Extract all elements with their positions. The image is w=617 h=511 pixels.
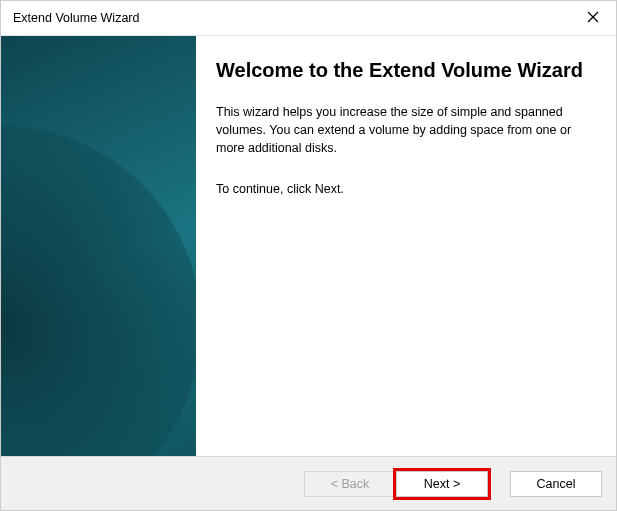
close-icon — [587, 11, 599, 26]
cancel-button[interactable]: Cancel — [510, 471, 602, 497]
window-title: Extend Volume Wizard — [13, 11, 139, 25]
next-button[interactable]: Next > — [396, 471, 488, 497]
wizard-continue-text: To continue, click Next. — [216, 181, 592, 199]
titlebar: Extend Volume Wizard — [1, 1, 616, 35]
back-button: < Back — [304, 471, 396, 497]
content-area: Welcome to the Extend Volume Wizard This… — [1, 35, 616, 456]
button-bar: < Back Next > Cancel — [1, 456, 616, 510]
wizard-heading: Welcome to the Extend Volume Wizard — [216, 58, 592, 83]
wizard-dialog: Extend Volume Wizard Welcome to the Exte… — [0, 0, 617, 511]
wizard-sidebar-graphic — [1, 36, 196, 456]
wizard-main-content: Welcome to the Extend Volume Wizard This… — [196, 36, 616, 456]
wizard-description: This wizard helps you increase the size … — [216, 103, 592, 157]
nav-button-group: < Back Next > — [304, 471, 488, 497]
close-button[interactable] — [570, 1, 616, 35]
